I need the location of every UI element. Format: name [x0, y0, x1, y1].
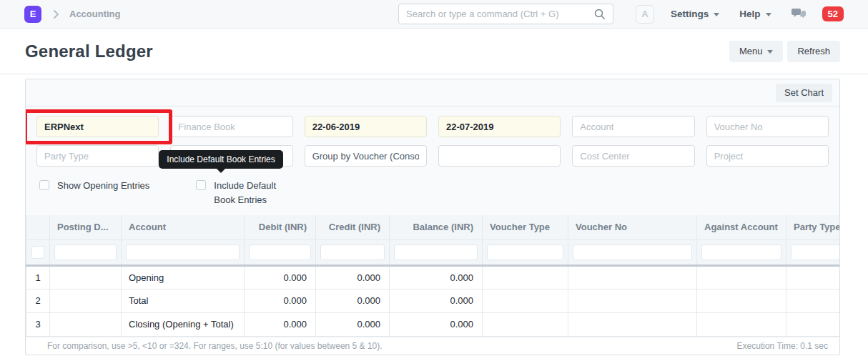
row-number: 1 [26, 265, 50, 289]
account-column-filter[interactable] [126, 244, 240, 260]
app-logo[interactable]: E [24, 6, 41, 23]
party-type-cell [786, 312, 840, 336]
row-select-box[interactable] [31, 246, 44, 259]
finance-book-filter[interactable] [170, 116, 292, 137]
to-date-filter[interactable] [438, 116, 561, 137]
column-filter-row [26, 239, 840, 265]
posting-date-column-filter[interactable] [54, 244, 117, 260]
filter-cell [697, 239, 786, 265]
set-chart-button[interactable]: Set Chart [776, 84, 832, 102]
comparison-hint: For comparison, use >5, <10 or =324. For… [47, 341, 383, 351]
group-by-filter[interactable] [305, 145, 427, 167]
table-row[interactable]: 1 Opening 0.000 0.000 0.000 [26, 265, 840, 289]
posting-date-cell [50, 289, 122, 312]
voucher-no-filter[interactable] [706, 116, 829, 137]
filter-cell [786, 239, 840, 265]
avatar[interactable]: A [636, 5, 654, 24]
report-table: Posting D... Account Debit (INR) Credit … [26, 215, 839, 337]
table-row[interactable]: 3 Closing (Opening + Total) 0.000 0.000 … [26, 312, 840, 336]
account-cell: Total [122, 289, 245, 312]
voucher-type-cell [483, 312, 568, 336]
voucher-no-column-filter[interactable] [573, 244, 692, 260]
col-against-account[interactable]: Against Account [697, 215, 786, 239]
filter-cell [26, 239, 50, 265]
col-balance[interactable]: Balance (INR) [390, 215, 483, 239]
col-debit[interactable]: Debit (INR) [245, 215, 316, 239]
cost-center-filter[interactable] [572, 145, 694, 167]
filter-cell [122, 239, 245, 265]
global-search[interactable] [398, 4, 613, 24]
chevron-down-icon [714, 13, 719, 16]
party-filter-cell: Include Default Book Entries [170, 145, 292, 167]
group-by-filter-cell [305, 145, 427, 167]
filter-cell [483, 239, 568, 265]
filter-cell [316, 239, 390, 265]
col-credit[interactable]: Credit (INR) [316, 215, 390, 239]
debit-column-filter[interactable] [249, 244, 311, 260]
breadcrumb-accounting[interactable]: Accounting [69, 9, 121, 19]
checkbox-label: Show Opening Entries [57, 179, 149, 193]
posting-date-cell [50, 265, 122, 289]
company-filter[interactable] [36, 116, 159, 137]
voucher-no-cell [568, 312, 697, 336]
credit-cell: 0.000 [316, 289, 390, 312]
col-party-type[interactable]: Party Type [786, 215, 840, 239]
top-navbar: E Accounting A Settings Help 52 [0, 0, 868, 29]
voucher-type-column-filter[interactable] [487, 244, 563, 260]
filter-cell [50, 239, 122, 265]
from-date-filter-cell [305, 116, 427, 137]
company-filter-cell [36, 116, 159, 137]
empty-filter-cell [438, 145, 561, 167]
balance-cell: 0.000 [390, 265, 483, 289]
include-default-book-entries-tooltip: Include Default Book Entries [159, 150, 282, 169]
chat-icon[interactable] [791, 8, 807, 20]
report-card: Set Chart [25, 79, 840, 355]
settings-label: Settings [671, 9, 709, 19]
col-voucher-no[interactable]: Voucher No [568, 215, 697, 239]
chart-row: Set Chart [26, 79, 839, 107]
from-date-filter[interactable] [305, 116, 427, 137]
balance-column-filter[interactable] [394, 244, 478, 260]
filter-cell [568, 239, 697, 265]
party-type-filter[interactable] [36, 145, 159, 167]
against-account-column-filter[interactable] [701, 244, 781, 260]
menu-button[interactable]: Menu [729, 41, 784, 62]
credit-column-filter[interactable] [320, 244, 385, 260]
balance-cell: 0.000 [390, 289, 483, 312]
empty-filter[interactable] [438, 145, 561, 167]
report-footer: For comparison, use >5, <10 or =324. For… [26, 337, 839, 355]
show-opening-entries-checkbox[interactable]: Show Opening Entries [39, 179, 149, 207]
search-input[interactable] [406, 9, 594, 19]
party-type-column-filter[interactable] [791, 244, 839, 260]
checkbox-icon[interactable] [196, 180, 206, 190]
col-account[interactable]: Account [122, 215, 245, 239]
voucher-type-cell [483, 289, 568, 312]
help-menu[interactable]: Help [739, 9, 771, 19]
col-posting-date[interactable]: Posting D... [50, 215, 122, 239]
project-filter[interactable] [706, 145, 829, 167]
voucher-no-cell [568, 265, 697, 289]
against-account-cell [697, 289, 786, 312]
table-row[interactable]: 2 Total 0.000 0.000 0.000 [26, 289, 840, 312]
filter-area: Include Default Book Entries Show Openin… [26, 107, 839, 215]
credit-cell: 0.000 [316, 265, 390, 289]
debit-cell: 0.000 [245, 312, 316, 336]
col-voucher-type[interactable]: Voucher Type [483, 215, 568, 239]
credit-cell: 0.000 [316, 312, 390, 336]
finance-book-filter-cell [170, 116, 292, 137]
account-filter[interactable] [572, 116, 694, 137]
party-type-cell [786, 289, 840, 312]
row-number: 3 [26, 312, 50, 336]
col-rownum [26, 215, 50, 239]
notification-badge[interactable]: 52 [822, 6, 844, 21]
search-icon [594, 9, 606, 20]
balance-cell: 0.000 [390, 312, 483, 336]
menu-button-label: Menu [739, 46, 763, 56]
include-default-book-entries-checkbox[interactable]: Include Default Book Entries [196, 179, 294, 207]
checkbox-icon[interactable] [39, 180, 49, 190]
settings-menu[interactable]: Settings [671, 9, 719, 19]
party-type-filter-cell [36, 145, 159, 167]
header-row: Posting D... Account Debit (INR) Credit … [26, 215, 840, 239]
report-table-wrap: Posting D... Account Debit (INR) Credit … [26, 215, 839, 337]
refresh-button[interactable]: Refresh [787, 41, 840, 62]
